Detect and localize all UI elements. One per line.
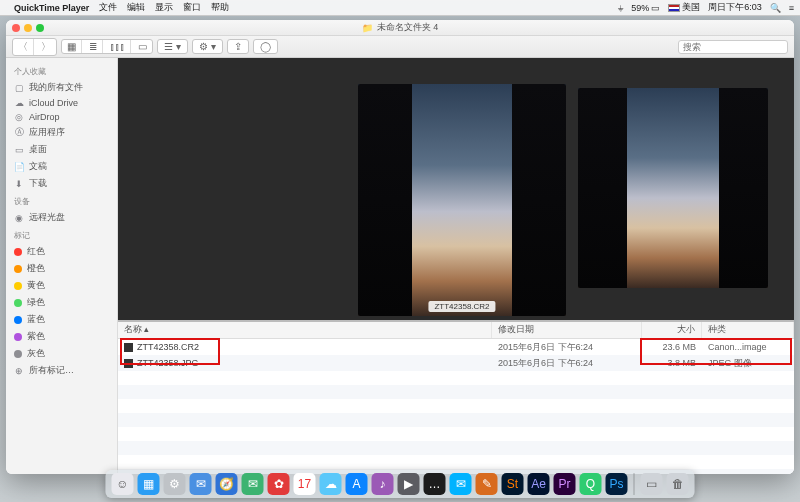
dock-app-icon[interactable]: ♪ [372,473,394,495]
sidebar-item[interactable]: 橙色 [6,260,117,277]
share-button[interactable]: ⇪ [227,39,249,54]
empty-row [118,399,794,413]
sidebar-item[interactable]: 红色 [6,243,117,260]
list-view-button[interactable]: ≣ [84,40,103,53]
file-list: 名称 ▴ 修改日期 大小 种类 ZTT42358.CR22015年6月6日 下午… [118,322,794,474]
notification-center-icon[interactable]: ≡ [789,3,794,13]
sidebar-item-label: 应用程序 [29,126,65,139]
dock-app-icon[interactable]: Pr [554,473,576,495]
sidebar-item[interactable]: ▭桌面 [6,141,117,158]
sidebar-item[interactable]: 绿色 [6,294,117,311]
zoom-window-button[interactable] [36,24,44,32]
sidebar-item[interactable]: ☁iCloud Drive [6,96,117,110]
file-date: 2015年6月6日 下午6:24 [492,339,642,355]
coverflow-view-button[interactable]: ▭ [133,40,152,53]
coverflow-preview[interactable]: ZTT42358.CR2 [118,58,794,320]
search-input[interactable] [678,40,788,54]
dock-app-icon[interactable]: 🗑 [667,473,689,495]
dock-app-icon[interactable]: A [346,473,368,495]
sidebar-item[interactable]: 黄色 [6,277,117,294]
tag-dot-icon [14,350,22,358]
sidebar-item-label: 蓝色 [27,313,45,326]
preview-thumbnail-main[interactable]: ZTT42358.CR2 [358,84,566,316]
finder-window: 📁 未命名文件夹 4 〈 〉 ▦ ≣ ⫿⫿⫿ ▭ ☰ ▾ ⚙ ▾ ⇪ ◯ 个人收… [6,20,794,474]
column-view-button[interactable]: ⫿⫿⫿ [105,40,131,53]
arrange-button[interactable]: ☰ ▾ [157,39,188,54]
dock-app-icon[interactable]: ▶ [398,473,420,495]
close-window-button[interactable] [12,24,20,32]
dock-app-icon[interactable]: ✿ [268,473,290,495]
window-titlebar: 📁 未命名文件夹 4 [6,20,794,36]
dock-app-icon[interactable]: ▭ [641,473,663,495]
app-name[interactable]: QuickTime Player [14,3,89,13]
forward-button[interactable]: 〉 [36,39,56,55]
spotlight-icon[interactable]: 🔍 [770,3,781,13]
dock-app-icon[interactable]: ✉ [242,473,264,495]
menu-help[interactable]: 帮助 [211,1,229,14]
dock-separator [634,473,635,495]
dock-app-icon[interactable]: Ps [606,473,628,495]
sidebar-item-label: 下载 [29,177,47,190]
menu-view[interactable]: 显示 [155,1,173,14]
column-headers: 名称 ▴ 修改日期 大小 种类 [118,322,794,339]
dock-app-icon[interactable]: ☁ [320,473,342,495]
folder-icon: 📁 [362,23,373,33]
sidebar-item[interactable]: ⊕所有标记… [6,362,117,379]
tag-dot-icon [14,333,22,341]
tags-button[interactable]: ◯ [253,39,278,54]
annotation-highlight-names [120,338,220,365]
dock-app-icon[interactable]: St [502,473,524,495]
battery-status[interactable]: 59% ▭ [631,3,660,13]
dock-app-icon[interactable]: ▦ [138,473,160,495]
sidebar-item[interactable]: ▢我的所有文件 [6,79,117,96]
macos-menubar: QuickTime Player 文件 编辑 显示 窗口 帮助 ⏚ 59% ▭ … [0,0,800,16]
dock-app-icon[interactable]: 🧭 [216,473,238,495]
sidebar-item-label: 远程光盘 [29,211,65,224]
sidebar-item[interactable]: ⬇下载 [6,175,117,192]
empty-row [118,441,794,455]
menu-edit[interactable]: 编辑 [127,1,145,14]
sidebar-item-label: AirDrop [29,112,60,122]
dock-app-icon[interactable]: Q [580,473,602,495]
tag-dot-icon [14,299,22,307]
empty-row [118,455,794,469]
wifi-icon[interactable]: ⏚ [618,3,623,13]
dock-app-icon[interactable]: ☺ [112,473,134,495]
action-button[interactable]: ⚙ ▾ [192,39,223,54]
sidebar-item-label: 橙色 [27,262,45,275]
sidebar-item[interactable]: 蓝色 [6,311,117,328]
desktop-icon: ▭ [14,145,24,155]
header-size[interactable]: 大小 [642,322,702,338]
dock-app-icon[interactable]: ✉ [450,473,472,495]
header-kind[interactable]: 种类 [702,322,794,338]
preview-thumbnail-next[interactable] [578,88,768,288]
icon-view-button[interactable]: ▦ [62,40,82,53]
back-button[interactable]: 〈 [13,39,34,55]
header-date[interactable]: 修改日期 [492,322,642,338]
dock-app-icon[interactable]: … [424,473,446,495]
dock-app-icon[interactable]: Ae [528,473,550,495]
sidebar-item[interactable]: 📄文稿 [6,158,117,175]
sidebar-item[interactable]: Ⓐ应用程序 [6,124,117,141]
minimize-window-button[interactable] [24,24,32,32]
dock-app-icon[interactable]: ✎ [476,473,498,495]
input-source[interactable]: 美国 [668,1,700,14]
clock[interactable]: 周日下午6:03 [708,1,762,14]
sidebar-item[interactable]: 紫色 [6,328,117,345]
sidebar-item[interactable]: ◉远程光盘 [6,209,117,226]
menu-window[interactable]: 窗口 [183,1,201,14]
preview-caption: ZTT42358.CR2 [428,301,495,312]
empty-row [118,413,794,427]
sidebar-header: 个人收藏 [6,62,117,79]
header-name[interactable]: 名称 ▴ [118,322,492,338]
sidebar-header: 标记 [6,226,117,243]
alltags-icon: ⊕ [14,366,24,376]
menu-file[interactable]: 文件 [99,1,117,14]
dock-app-icon[interactable]: 17 [294,473,316,495]
dock-app-icon[interactable]: ⚙ [164,473,186,495]
dock-app-icon[interactable]: ✉ [190,473,212,495]
empty-row [118,371,794,385]
sidebar-item[interactable]: ◎AirDrop [6,110,117,124]
sidebar-item[interactable]: 灰色 [6,345,117,362]
sidebar-item-label: iCloud Drive [29,98,78,108]
